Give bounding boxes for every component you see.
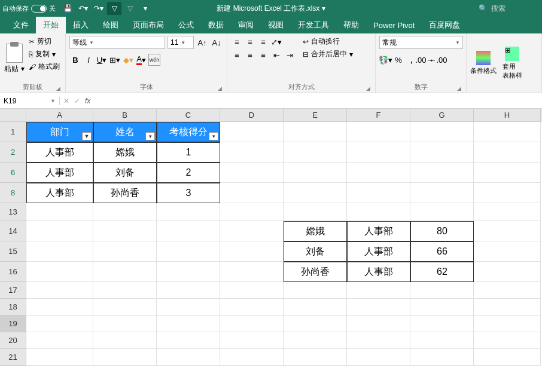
cell-A2[interactable]: 人事部	[26, 142, 93, 163]
cell-G20[interactable]	[410, 332, 474, 349]
cell-H19[interactable]	[474, 316, 541, 332]
undo-icon[interactable]: ↶▾	[76, 2, 90, 15]
cell-H15[interactable]	[474, 241, 541, 262]
align-middle-icon[interactable]: ≡	[244, 36, 256, 48]
cell-G17[interactable]	[410, 282, 474, 299]
tab-数据[interactable]: 数据	[201, 17, 231, 33]
cell-G2[interactable]	[410, 142, 474, 163]
cell-C17[interactable]	[157, 282, 220, 299]
cell-E21[interactable]	[284, 349, 347, 366]
row-header[interactable]: 14	[0, 221, 26, 241]
cell-B19[interactable]	[93, 316, 157, 332]
cell-D20[interactable]	[220, 332, 284, 349]
filter-active-icon[interactable]: ▼	[82, 132, 92, 140]
cell-E6[interactable]	[284, 163, 347, 183]
cell-C13[interactable]	[157, 203, 220, 221]
cell-H1[interactable]	[474, 122, 541, 142]
cell-F6[interactable]	[347, 163, 410, 183]
cell-G18[interactable]	[410, 299, 474, 316]
row-header[interactable]: 16	[0, 262, 26, 282]
column-header-B[interactable]: B	[93, 109, 157, 122]
cell-H13[interactable]	[474, 203, 541, 221]
cell-G6[interactable]	[410, 163, 474, 183]
cell-D6[interactable]	[220, 163, 284, 183]
conditional-format-button[interactable]: 条件格式	[470, 36, 497, 90]
cell-A1[interactable]: 部门▼	[26, 122, 93, 142]
merge-center-button[interactable]: ⊟合并后居中 ▾	[302, 48, 354, 60]
format-table-button[interactable]: ⊞ 套用 表格样	[499, 36, 525, 90]
cell-E19[interactable]	[284, 316, 347, 332]
phonetic-button[interactable]: wén	[148, 54, 160, 66]
cell-E20[interactable]	[284, 332, 347, 349]
filter-icon[interactable]: ▽	[107, 2, 121, 15]
cell-A17[interactable]	[26, 282, 93, 299]
cell-B14[interactable]	[93, 221, 157, 241]
row-header[interactable]: 1	[0, 122, 26, 142]
cell-A20[interactable]	[26, 332, 93, 349]
cell-A6[interactable]: 人事部	[26, 163, 93, 183]
cell-H14[interactable]	[474, 221, 541, 241]
number-format-combo[interactable]: 常规▼	[379, 36, 463, 49]
cell-E2[interactable]	[284, 142, 347, 163]
enter-icon[interactable]: ✓	[74, 97, 80, 105]
cell-F21[interactable]	[347, 349, 410, 366]
cell-E16[interactable]: 孙尚香	[284, 262, 347, 282]
align-top-icon[interactable]: ≡	[231, 36, 243, 48]
tab-插入[interactable]: 插入	[66, 17, 96, 33]
cell-H17[interactable]	[474, 282, 541, 299]
cell-H2[interactable]	[474, 142, 541, 163]
cell-D13[interactable]	[220, 203, 284, 221]
launcher-icon[interactable]: ◢	[56, 85, 60, 91]
cell-C8[interactable]: 3	[157, 183, 220, 203]
orientation-icon[interactable]: ⤢▾	[270, 36, 282, 48]
cell-H8[interactable]	[474, 183, 541, 203]
cancel-icon[interactable]: ✕	[63, 97, 69, 105]
cell-B8[interactable]: 孙尚香	[93, 183, 157, 203]
cell-B6[interactable]: 刘备	[93, 163, 157, 183]
cell-A15[interactable]	[26, 241, 93, 262]
fx-icon[interactable]: fx	[85, 97, 90, 105]
tab-文件[interactable]: 文件	[6, 17, 36, 33]
decrease-decimal-icon[interactable]: ←.00	[432, 54, 444, 66]
cell-F16[interactable]: 人事部	[347, 262, 410, 282]
cell-C18[interactable]	[157, 299, 220, 316]
cell-B18[interactable]	[93, 299, 157, 316]
border-button[interactable]: ⊞▾	[109, 54, 121, 66]
indent-dec-icon[interactable]: ⇤	[270, 49, 282, 61]
cell-D17[interactable]	[220, 282, 284, 299]
underline-button[interactable]: U▾	[96, 54, 108, 66]
tab-开始[interactable]: 开始	[36, 17, 66, 33]
cell-B21[interactable]	[93, 349, 157, 366]
cell-E14[interactable]: 嫦娥	[284, 221, 347, 241]
column-header-C[interactable]: C	[157, 109, 220, 122]
cell-B16[interactable]	[93, 262, 157, 282]
cell-F18[interactable]	[347, 299, 410, 316]
row-header[interactable]: 18	[0, 299, 26, 316]
paste-button[interactable]: 粘贴 ▾	[4, 36, 25, 81]
row-header[interactable]: 6	[0, 163, 26, 183]
clear-filter-icon[interactable]: ▽	[123, 2, 137, 15]
cell-G14[interactable]: 80	[410, 221, 474, 241]
filter-dropdown-icon[interactable]: ▾	[145, 132, 155, 140]
font-name-combo[interactable]: 等线▼	[69, 36, 165, 49]
cell-B13[interactable]	[93, 203, 157, 221]
cell-F17[interactable]	[347, 282, 410, 299]
cell-C20[interactable]	[157, 332, 220, 349]
column-header-D[interactable]: D	[220, 109, 284, 122]
cell-F15[interactable]: 人事部	[347, 241, 410, 262]
cell-G8[interactable]	[410, 183, 474, 203]
cell-G13[interactable]	[410, 203, 474, 221]
decrease-font-icon[interactable]: A↓	[211, 36, 223, 48]
row-header[interactable]: 8	[0, 183, 26, 203]
cell-D21[interactable]	[220, 349, 284, 366]
launcher-icon[interactable]: ◢	[366, 85, 370, 91]
cell-D1[interactable]	[220, 122, 284, 142]
cell-H18[interactable]	[474, 299, 541, 316]
cell-C1[interactable]: 考核得分▾	[157, 122, 220, 142]
cell-G19[interactable]	[410, 316, 474, 332]
tab-绘图[interactable]: 绘图	[96, 17, 126, 33]
cell-D18[interactable]	[220, 299, 284, 316]
column-header-H[interactable]: H	[474, 109, 541, 122]
row-header[interactable]: 2	[0, 142, 26, 163]
cell-C15[interactable]	[157, 241, 220, 262]
